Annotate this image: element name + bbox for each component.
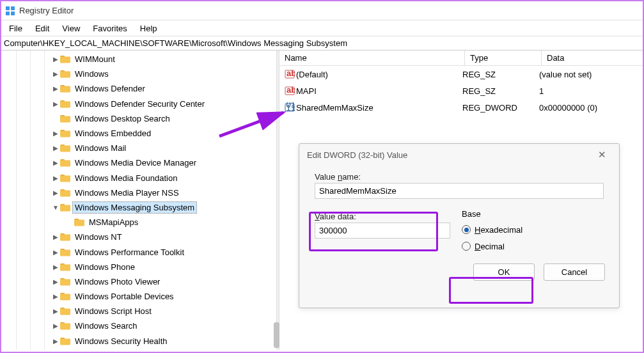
chevron-icon: ▶ <box>51 293 60 300</box>
base-label: Base <box>462 209 604 219</box>
reg-dword-icon: 011110 <box>283 102 296 113</box>
tree-item[interactable]: ▶Windows Phone <box>51 260 276 274</box>
tree-item-label: Windows Mail <box>73 143 128 153</box>
svg-text:110: 110 <box>287 103 295 113</box>
tree-item[interactable]: ▶Windows Script Host <box>51 304 276 318</box>
tree-item[interactable]: ▶Windows Performance Toolkit <box>51 244 276 259</box>
folder-icon <box>60 114 70 123</box>
tree-item-label: Windows Desktop Search <box>73 113 172 124</box>
radio-icon <box>462 225 471 234</box>
tree-item[interactable]: ▶Windows Photo Viewer <box>51 274 276 289</box>
folder-icon <box>60 248 70 256</box>
col-type[interactable]: Type <box>465 51 542 65</box>
tree-pane: ▶WIMMount▶Windows▶Windows Defender▶Windo… <box>1 51 276 350</box>
app-title: Registry Editor <box>19 6 74 15</box>
chevron-icon: ▶ <box>51 249 60 256</box>
tree-item-label: Windows NT <box>73 231 124 242</box>
tree-item[interactable]: ▶Windows Embedded <box>51 126 276 141</box>
folder-icon <box>60 337 70 345</box>
tree-item[interactable]: ▶Windows Mail <box>51 141 276 155</box>
tree-item[interactable]: ▶WIMMount <box>51 52 276 67</box>
value-name: (Default) <box>296 70 462 79</box>
radio-icon <box>462 242 471 251</box>
tree-item[interactable]: ▶Windows NT <box>51 230 276 244</box>
value-name-label: Value name: <box>315 172 604 182</box>
chevron-icon: ▶ <box>51 278 60 285</box>
tree-item[interactable]: ▶Windows Defender <box>51 81 276 96</box>
app-icon <box>5 6 15 16</box>
value-type: REG_SZ <box>462 86 539 96</box>
tree-item-label: WIMMount <box>73 54 117 65</box>
column-headers: Name Type Data <box>279 51 643 66</box>
tree-item[interactable]: ▶Windows Search <box>51 318 276 333</box>
reg-sz-icon: ab <box>283 86 296 96</box>
tree-item-label: Windows Script Host <box>73 306 153 317</box>
radio-decimal[interactable]: Decimal <box>462 238 604 255</box>
tree-item[interactable]: ▶Windows Security Health <box>51 334 276 349</box>
tree-item-label: Windows Search <box>73 320 139 331</box>
reg-sz-icon: ab <box>283 69 296 79</box>
radio-hexadecimal[interactable]: Hexadecimal <box>462 221 604 238</box>
tree-item-label: Windows Media Player NSS <box>73 187 181 198</box>
folder-icon <box>60 263 70 271</box>
tree-item[interactable]: MSMapiApps <box>65 215 276 230</box>
cancel-button[interactable]: Cancel <box>544 263 605 281</box>
tree-item-label: Windows Portable Devices <box>73 291 176 302</box>
value-type: REG_SZ <box>462 70 539 79</box>
menu-edit[interactable]: Edit <box>29 22 56 35</box>
value-data-field[interactable] <box>315 223 450 239</box>
svg-rect-0 <box>6 6 10 10</box>
folder-icon <box>60 144 70 152</box>
value-name-field[interactable] <box>315 183 604 199</box>
folder-icon <box>60 278 70 286</box>
tree-item[interactable]: ▶Windows <box>51 67 276 81</box>
tree-item[interactable]: ▶Windows Portable Devices <box>51 289 276 304</box>
value-data: 1 <box>539 86 643 96</box>
close-icon[interactable]: ✕ <box>593 148 611 162</box>
chevron-icon: ▶ <box>51 322 60 329</box>
value-row[interactable]: ab(Default)REG_SZ(value not set) <box>279 66 643 82</box>
folder-icon <box>60 174 70 182</box>
chevron-icon: ▶ <box>51 263 60 271</box>
chevron-icon: ▶ <box>51 70 60 77</box>
tree-item-label: Windows Messaging Subsystem <box>73 202 196 213</box>
tree-item[interactable]: ▶Windows Defender Security Center <box>51 97 276 111</box>
value-data-label: Value data: <box>315 212 450 221</box>
chevron-icon: ▶ <box>51 189 60 196</box>
chevron-icon: ▶ <box>51 338 60 345</box>
chevron-icon: ▶ <box>51 145 60 152</box>
menu-file[interactable]: File <box>3 22 29 35</box>
menu-view[interactable]: View <box>56 22 86 35</box>
tree-item-label: Windows Defender <box>73 83 147 94</box>
menu-help[interactable]: Help <box>134 22 164 35</box>
tree-item[interactable]: Windows Desktop Search <box>51 111 276 126</box>
titlebar: Registry Editor <box>1 1 643 20</box>
tree-item[interactable]: Windows10Upgrader <box>51 349 276 350</box>
tree-item-label: Windows Performance Toolkit <box>73 247 186 258</box>
tree-item-label: Windows Media Device Manager <box>73 157 198 168</box>
tree-item[interactable]: ▶Windows Media Foundation <box>51 171 276 185</box>
tree-item-label: Windows Security Health <box>73 336 169 347</box>
value-row[interactable]: abMAPIREG_SZ1 <box>279 82 643 99</box>
col-data[interactable]: Data <box>542 51 643 65</box>
value-data: 0x00000000 (0) <box>539 103 643 113</box>
edit-dword-dialog: Edit DWORD (32-bit) Value ✕ Value name: … <box>299 143 620 308</box>
svg-rect-2 <box>6 12 10 15</box>
tree-item[interactable]: ▼Windows Messaging Subsystem <box>51 200 276 215</box>
folder-icon <box>60 84 70 93</box>
tree-item[interactable]: ▶Windows Media Device Manager <box>51 155 276 170</box>
svg-text:ab: ab <box>287 69 295 78</box>
menu-favorites[interactable]: Favorites <box>86 22 133 35</box>
value-row[interactable]: 011110SharedMemMaxSizeREG_DWORD0x0000000… <box>279 99 643 116</box>
folder-icon <box>60 100 70 108</box>
tree-item-label: Windows Phone <box>73 262 137 272</box>
ok-button[interactable]: OK <box>473 263 535 281</box>
chevron-icon: ▶ <box>51 56 60 63</box>
address-input[interactable] <box>4 38 640 48</box>
col-name[interactable]: Name <box>279 51 465 65</box>
chevron-icon: ▶ <box>51 100 60 107</box>
tree-scrollbar-thumb[interactable] <box>274 322 279 348</box>
tree-item[interactable]: ▶Windows Media Player NSS <box>51 185 276 200</box>
chevron-icon: ▼ <box>51 204 60 211</box>
folder-icon <box>60 55 70 63</box>
